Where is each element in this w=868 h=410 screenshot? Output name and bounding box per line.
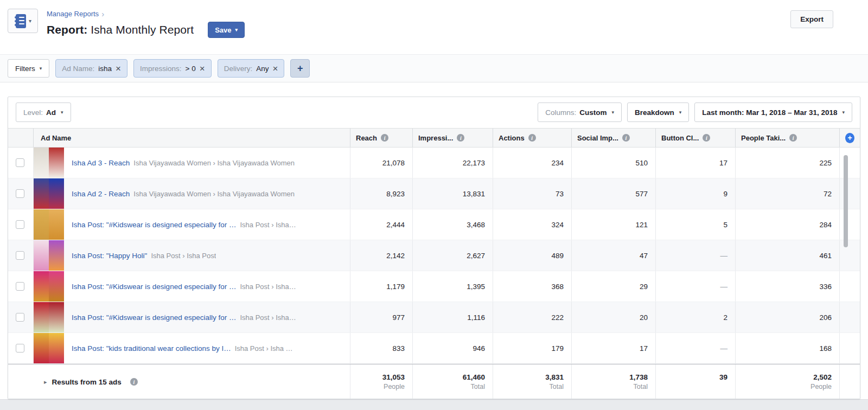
filter-chip-label: Ad Name: [62,65,94,73]
info-icon[interactable]: i [789,134,797,142]
ad-name-link[interactable]: Isha Post: "#Kidswear is designed especi… [72,221,236,229]
add-column-button[interactable]: + [845,133,854,143]
results-label: Results from 15 ads [52,378,122,386]
chevron-down-icon: ▾ [842,110,845,115]
ad-path: Isha Post › Isha… [240,313,296,322]
chevron-down-icon: ▾ [612,110,615,115]
cell-button-clicks: — [655,240,735,271]
cell-impressions: 1,116 [412,302,493,332]
breadcrumb-manage-reports-link[interactable]: Manage Reports [47,10,99,18]
save-button[interactable]: Save ▾ [208,22,245,38]
close-icon[interactable]: × [200,64,205,73]
cell-impressions: 946 [412,333,493,363]
total-people: 2,502People [735,364,839,399]
cell-reach: 8,923 [350,178,412,209]
breakdown-dropdown[interactable]: Breakdown ▾ [627,102,689,122]
ad-path: Isha Post › Isha… [240,221,296,229]
add-filter-button[interactable]: + [290,59,310,78]
cell-people: 461 [735,240,839,271]
cell-people: 336 [735,271,839,302]
filter-chip-impressions[interactable]: Impressions: > 0 × [133,59,212,78]
table-row: Isha Post: "#Kidswear is designed especi… [8,271,860,302]
info-icon[interactable]: i [381,134,388,142]
breadcrumb: Manage Reports › [47,10,245,18]
filter-chip-ad-name[interactable]: Ad Name: isha × [55,59,127,78]
report-table-card: Level: Ad ▾ Columns: Custom ▾ Breakdown … [8,97,860,399]
ad-thumbnail [34,178,64,209]
ad-thumbnail [34,240,64,271]
ad-thumbnail [34,302,64,332]
table-footer-row: ▸ Results from 15 ads i 31,053People 61,… [8,364,860,399]
ads-reporting-page: ▾ Manage Reports › Report: Isha Monthly … [0,0,868,410]
date-range-dropdown[interactable]: Last month: Mar 1, 2018 – Mar 31, 2018 ▾ [694,102,852,122]
export-button[interactable]: Export [790,10,833,28]
ad-name-link[interactable]: Isha Post: "#Kidswear is designed especi… [72,313,236,322]
filter-chip-delivery[interactable]: Delivery: Any × [218,59,285,78]
chevron-down-icon: ▾ [61,110,63,115]
row-checkbox[interactable] [16,158,24,167]
results-summary: ▸ Results from 15 ads i [8,364,350,399]
cell-impressions: 22,173 [412,148,493,178]
row-checkbox[interactable] [16,344,24,353]
level-dropdown[interactable]: Level: Ad ▾ [16,102,71,122]
page-header: ▾ Manage Reports › Report: Isha Monthly … [0,0,868,54]
ad-name-link[interactable]: Isha Post: "Happy Holi" [72,252,147,260]
header-button-clicks[interactable]: Button Cl...i [655,129,735,147]
row-checkbox[interactable] [16,189,24,198]
filters-button[interactable]: Filters ▾ [8,59,49,78]
chevron-down-icon: ▾ [235,28,238,33]
cell-reach: 833 [350,333,412,363]
columns-dropdown[interactable]: Columns: Custom ▾ [538,102,622,122]
ad-name-link[interactable]: Isha Ad 3 - Reach [72,159,130,167]
header-impressions[interactable]: Impressi...i [412,129,493,147]
total-actions: 3,831Total [493,364,571,399]
row-checkbox[interactable] [16,282,24,291]
table-row: Isha Post: "#Kidswear is designed especi… [8,302,860,333]
header-checkbox-cell [8,129,33,147]
report-switcher-button[interactable]: ▾ [8,9,38,33]
info-icon[interactable]: i [622,134,630,142]
cell-people: 72 [735,178,839,209]
row-checkbox[interactable] [16,220,24,229]
vertical-scrollbar[interactable] [844,155,848,247]
cell-reach: 977 [350,302,412,332]
ad-thumbnail [34,148,64,178]
table-row: Isha Ad 2 - ReachIsha Vijayawada Women ›… [8,178,860,209]
ad-path: Isha Post › Isha … [235,344,293,353]
breadcrumb-chevron-icon: › [101,10,104,18]
header-ad-name[interactable]: Ad Name [33,129,350,147]
cell-people: 168 [735,333,839,363]
cell-social-impressions: 29 [571,271,655,302]
header-social-impressions[interactable]: Social Imp...i [571,129,655,147]
cell-reach: 21,078 [350,148,412,178]
total-reach: 31,053People [350,364,412,399]
info-icon[interactable]: i [130,378,138,386]
header-actions[interactable]: Actionsi [493,129,571,147]
page-bottom-strip [0,399,868,410]
row-checkbox[interactable] [16,313,24,322]
cell-button-clicks: — [655,333,735,363]
header-reach[interactable]: Reachi [350,129,412,147]
ad-name-link[interactable]: Isha Ad 2 - Reach [72,190,130,198]
title-block: Manage Reports › Report: Isha Monthly Re… [47,9,245,38]
page-title: Report: Isha Monthly Report [47,23,194,36]
table-row: Isha Post: "kids traditional wear collec… [8,333,860,364]
ad-name-link[interactable]: Isha Post: "#Kidswear is designed especi… [72,283,236,291]
total-social-impressions: 1,738Total [571,364,655,399]
close-icon[interactable]: × [272,64,278,73]
ad-path: Isha Post › Isha… [240,283,296,291]
expand-results-icon[interactable]: ▸ [44,379,47,386]
info-icon[interactable]: i [528,134,536,142]
close-icon[interactable]: × [116,64,121,73]
row-checkbox[interactable] [16,251,24,260]
cell-impressions: 13,831 [412,178,493,209]
info-icon[interactable]: i [703,134,710,142]
filter-chip-value: Any [256,65,269,73]
cell-reach: 1,179 [350,271,412,302]
cell-social-impressions: 47 [571,240,655,271]
ad-name-link[interactable]: Isha Post: "kids traditional wear collec… [72,344,231,353]
header-people-taking-action[interactable]: People Taki...i [735,129,839,147]
cell-reach: 2,142 [350,240,412,271]
info-icon[interactable]: i [457,134,464,142]
report-notebook-icon [14,14,26,28]
